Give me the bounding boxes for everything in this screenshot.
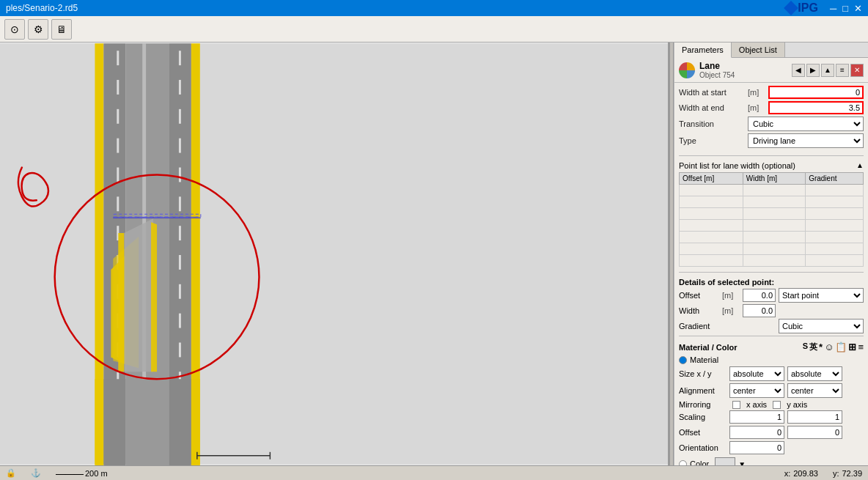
object-info: Lane Object 754	[699, 61, 787, 79]
panel-content: Lane Object 754 ◀ ▶ ▲ ≡ ✕ Width at start…	[674, 58, 868, 465]
table-row[interactable]	[680, 243, 864, 255]
width-end-unit: [m]	[748, 103, 765, 112]
divider-3	[679, 336, 864, 336]
width-end-input[interactable]	[768, 101, 864, 114]
svg-rect-29	[179, 284, 181, 299]
ipg-logo-text: IPG	[798, 1, 818, 15]
svg-rect-11	[117, 168, 119, 182]
mirror-x-checkbox[interactable]	[732, 401, 740, 409]
monitor-button[interactable]: 🖥	[51, 19, 72, 40]
maximize-button[interactable]: □	[842, 3, 848, 14]
color-swatch[interactable]	[715, 457, 735, 465]
type-label: Type	[679, 136, 745, 145]
orientation-row: Orientation	[674, 440, 868, 455]
material-toolbar-icon5[interactable]: 📋	[835, 341, 847, 352]
tab-object-list[interactable]: Object List	[732, 43, 785, 57]
scaling-y-input[interactable]	[787, 410, 842, 424]
offset2-row: Offset	[674, 425, 868, 440]
nav-up-button[interactable]: ▲	[821, 64, 834, 77]
offset-value-input[interactable]	[743, 289, 776, 302]
minimize-button[interactable]: ─	[830, 3, 836, 14]
width-detail-unit: [m]	[722, 306, 740, 315]
material-toolbar-icon6[interactable]: ⊞	[848, 341, 856, 352]
col-gradient: Gradient	[806, 173, 864, 185]
material-toolbar-icon3[interactable]: *	[819, 341, 823, 352]
table-row[interactable]	[680, 255, 864, 267]
nav-prev-button[interactable]: ◀	[792, 64, 805, 77]
width-detail-input[interactable]	[743, 304, 776, 317]
width-start-label: Width at start	[679, 88, 745, 97]
svg-rect-42	[95, 379, 103, 465]
svg-rect-46	[191, 379, 200, 465]
scale-value: 200 m	[85, 469, 108, 478]
material-radio[interactable]	[679, 356, 687, 364]
orientation-label: Orientation	[679, 443, 727, 452]
home-button[interactable]: ⊙	[4, 19, 25, 40]
x-value: 209.83	[793, 469, 818, 478]
offset-label: Offset	[679, 291, 719, 300]
offset2-x-input[interactable]	[729, 426, 784, 439]
divider-2	[679, 272, 864, 273]
svg-rect-43	[103, 379, 125, 465]
scaling-x-input[interactable]	[729, 410, 784, 424]
right-panel: Parameters Object List Lane Object 754 ◀…	[674, 43, 868, 465]
mirror-y-checkbox[interactable]	[773, 401, 781, 409]
width-detail-row: Width [m]	[674, 304, 868, 317]
material-toolbar-icon2[interactable]: 英	[809, 341, 817, 352]
svg-rect-26	[179, 196, 181, 211]
table-row[interactable]	[680, 220, 864, 232]
size-x-select[interactable]: absolute relative	[729, 366, 784, 381]
object-header: Lane Object 754 ◀ ▶ ▲ ≡ ✕	[674, 58, 868, 83]
svg-rect-28	[179, 255, 181, 270]
offset2-y-input[interactable]	[787, 426, 842, 439]
svg-rect-44	[125, 379, 169, 465]
gradient-select[interactable]: Cubic Linear	[779, 319, 864, 333]
material-color-title: Material / Color	[679, 343, 737, 352]
start-point-select[interactable]: Start point End point	[779, 288, 864, 303]
mirroring-label: Mirroring	[679, 400, 727, 409]
object-id: Object 754	[699, 71, 787, 79]
nav-close-button[interactable]: ✕	[850, 64, 864, 77]
offset-unit: [m]	[722, 291, 740, 300]
size-y-select[interactable]: absolute relative	[787, 366, 842, 381]
svg-marker-38	[118, 233, 124, 372]
color-radio-row: Color ▼	[674, 456, 868, 465]
svg-rect-30	[179, 314, 181, 328]
width-start-input[interactable]	[768, 86, 864, 99]
alignment-label: Alignment	[679, 386, 727, 395]
orientation-input[interactable]	[729, 441, 784, 454]
table-row[interactable]	[680, 185, 864, 196]
table-row[interactable]	[680, 232, 864, 243]
align-x-select[interactable]: center left right	[729, 383, 784, 398]
table-row[interactable]	[680, 196, 864, 208]
color-radio-label: Color	[690, 459, 709, 465]
anchor-icon: ⚓	[31, 468, 41, 478]
material-toolbar-icon1[interactable]: S	[803, 341, 808, 352]
material-radio-label: Material	[690, 355, 718, 364]
close-button[interactable]: ✕	[854, 3, 862, 14]
material-header: Material / Color S 英 * ☺ 📋 ⊞ ≡	[674, 339, 868, 354]
settings-button[interactable]: ⚙	[28, 19, 48, 40]
table-scroll-up[interactable]: ▲	[856, 161, 864, 169]
mirroring-row: Mirroring x axis y axis	[674, 399, 868, 410]
tab-parameters[interactable]: Parameters	[674, 43, 732, 58]
table-row[interactable]	[680, 208, 864, 220]
material-toolbar: S 英 * ☺ 📋 ⊞ ≡	[803, 341, 864, 352]
material-toolbar-icon7[interactable]: ≡	[858, 341, 864, 352]
statusbar: 🔒 ⚓ ——— 200 m x: 209.83 y: 72.39	[0, 465, 868, 480]
scaling-label: Scaling	[679, 413, 727, 421]
material-toolbar-icon4[interactable]: ☺	[824, 341, 834, 352]
details-title: Details of selected point:	[674, 275, 868, 288]
svg-rect-25	[179, 168, 181, 182]
type-select[interactable]: Driving lane Shoulder	[748, 133, 864, 148]
nav-next-button[interactable]: ▶	[806, 64, 820, 77]
color-arrow-icon[interactable]: ▼	[738, 460, 746, 466]
align-y-select[interactable]: center top bottom	[787, 383, 842, 398]
nav-menu-button[interactable]: ≡	[836, 64, 849, 77]
transition-select[interactable]: Cubic Linear	[748, 117, 864, 131]
color-radio[interactable]	[679, 460, 687, 466]
canvas-area[interactable]	[0, 43, 669, 465]
mirror-y-label: y axis	[787, 400, 807, 409]
svg-rect-27	[179, 226, 181, 240]
point-list-table: Offset [m] Width [m] Gradient	[679, 172, 864, 267]
